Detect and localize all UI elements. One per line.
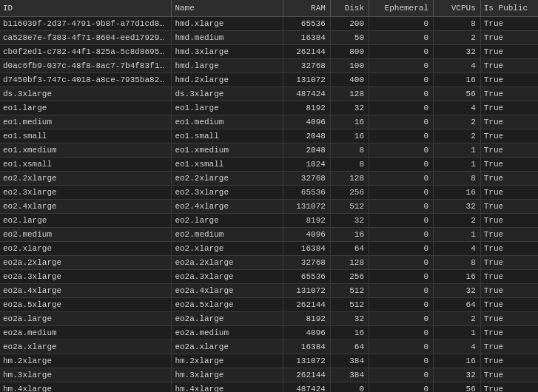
cell-disk: 64: [330, 242, 369, 256]
cell-is-public: True: [480, 115, 538, 129]
flavors-table-container[interactable]: ID Name RAM Disk Ephemeral VCPUs Is Publ…: [0, 0, 538, 392]
cell-id: eo1.small: [0, 129, 172, 143]
cell-name: eo1.small: [172, 129, 283, 143]
cell-name: eo2.2xlarge: [172, 172, 283, 186]
cell-ephemeral: 0: [369, 200, 434, 214]
cell-vcpus: 2: [434, 129, 481, 143]
cell-ephemeral: 0: [369, 214, 434, 228]
cell-vcpus: 32: [434, 284, 481, 298]
table-row: hm.2xlargehm.2xlarge131072384016True: [0, 354, 538, 368]
cell-disk: 32: [330, 312, 369, 326]
cell-disk: 384: [330, 354, 369, 368]
cell-ephemeral: 0: [369, 256, 434, 270]
cell-id: hm.2xlarge: [0, 354, 172, 368]
header-disk: Disk: [330, 0, 369, 17]
cell-id: ds.3xlarge: [0, 87, 172, 101]
cell-id: eo2.4xlarge: [0, 200, 172, 214]
cell-ephemeral: 0: [369, 354, 434, 368]
cell-is-public: True: [480, 354, 538, 368]
cell-name: eo2a.medium: [172, 326, 283, 340]
cell-is-public: True: [480, 298, 538, 312]
cell-is-public: True: [480, 312, 538, 326]
cell-ram: 487424: [283, 87, 331, 101]
cell-vcpus: 16: [434, 73, 481, 87]
cell-disk: 512: [330, 284, 369, 298]
cell-id: eo2.3xlarge: [0, 186, 172, 200]
cell-vcpus: 16: [434, 270, 481, 284]
cell-id: eo2.medium: [0, 228, 172, 242]
cell-is-public: True: [480, 284, 538, 298]
header-name: Name: [172, 0, 283, 17]
cell-ram: 487424: [283, 382, 331, 393]
cell-is-public: True: [480, 228, 538, 242]
cell-name: hmd.medium: [172, 31, 283, 45]
cell-id: eo2a.5xlarge: [0, 298, 172, 312]
cell-ram: 16384: [283, 31, 331, 45]
cell-ram: 2048: [283, 129, 331, 143]
table-row: ds.3xlargeds.3xlarge487424128056True: [0, 87, 538, 101]
cell-is-public: True: [480, 368, 538, 382]
cell-disk: 256: [330, 186, 369, 200]
cell-ephemeral: 0: [369, 312, 434, 326]
cell-name: eo2.xlarge: [172, 242, 283, 256]
cell-id: d7450bf3-747c-4018-a8ce-7935ba824b95: [0, 73, 172, 87]
cell-ephemeral: 0: [369, 368, 434, 382]
table-row: eo2a.mediumeo2a.medium40961601True: [0, 326, 538, 340]
cell-vcpus: 1: [434, 326, 481, 340]
cell-vcpus: 8: [434, 17, 481, 31]
table-row: d0ac6fb9-037c-48f8-8ac7-7b4f83f1beefhmd.…: [0, 59, 538, 73]
cell-ram: 8192: [283, 214, 331, 228]
cell-ram: 131072: [283, 200, 331, 214]
cell-vcpus: 2: [434, 115, 481, 129]
cell-is-public: True: [480, 101, 538, 115]
cell-id: ca528e7e-f383-4f71-8604-eed1792930cb: [0, 31, 172, 45]
cell-is-public: True: [480, 270, 538, 284]
cell-disk: 800: [330, 45, 369, 59]
cell-id: eo2.2xlarge: [0, 172, 172, 186]
cell-name: hm.2xlarge: [172, 354, 283, 368]
table-row: eo2.mediumeo2.medium40961601True: [0, 228, 538, 242]
cell-disk: 16: [330, 129, 369, 143]
cell-name: eo1.xsmall: [172, 158, 283, 172]
cell-disk: 128: [330, 256, 369, 270]
cell-vcpus: 56: [434, 382, 481, 393]
cell-name: eo2.large: [172, 214, 283, 228]
cell-is-public: True: [480, 31, 538, 45]
cell-id: eo2.large: [0, 214, 172, 228]
cell-ram: 131072: [283, 73, 331, 87]
table-row: b116039f-2d37-4791-9b8f-a77d1cd8d37bhmd.…: [0, 17, 538, 31]
cell-is-public: True: [480, 143, 538, 158]
cell-ram: 16384: [283, 340, 331, 354]
table-row: eo2.largeeo2.large81923202True: [0, 214, 538, 228]
cell-ephemeral: 0: [369, 340, 434, 354]
cell-vcpus: 8: [434, 256, 481, 270]
cell-disk: 8: [330, 158, 369, 172]
table-row: eo1.largeeo1.large81923204True: [0, 101, 538, 115]
cell-name: eo2a.5xlarge: [172, 298, 283, 312]
cell-disk: 50: [330, 31, 369, 45]
cell-name: eo2a.large: [172, 312, 283, 326]
cell-disk: 512: [330, 298, 369, 312]
cell-is-public: True: [480, 242, 538, 256]
cell-vcpus: 32: [434, 45, 481, 59]
cell-is-public: True: [480, 340, 538, 354]
cell-ram: 32768: [283, 59, 331, 73]
cell-disk: 32: [330, 214, 369, 228]
cell-id: eo2a.4xlarge: [0, 284, 172, 298]
table-row: eo2a.5xlargeeo2a.5xlarge262144512064True: [0, 298, 538, 312]
table-row: d7450bf3-747c-4018-a8ce-7935ba824b95hmd.…: [0, 73, 538, 87]
cell-disk: 16: [330, 326, 369, 340]
cell-ephemeral: 0: [369, 326, 434, 340]
cell-id: eo2a.3xlarge: [0, 270, 172, 284]
cell-id: hm.4xlarge: [0, 382, 172, 393]
table-row: eo2a.2xlargeeo2a.2xlarge3276812808True: [0, 256, 538, 270]
cell-ephemeral: 0: [369, 270, 434, 284]
cell-is-public: True: [480, 326, 538, 340]
cell-disk: 128: [330, 87, 369, 101]
cell-name: hm.4xlarge: [172, 382, 283, 393]
cell-ephemeral: 0: [369, 186, 434, 200]
cell-ephemeral: 0: [369, 115, 434, 129]
cell-id: eo2a.xlarge: [0, 340, 172, 354]
cell-name: eo1.xmedium: [172, 143, 283, 158]
cell-name: hmd.3xlarge: [172, 45, 283, 59]
